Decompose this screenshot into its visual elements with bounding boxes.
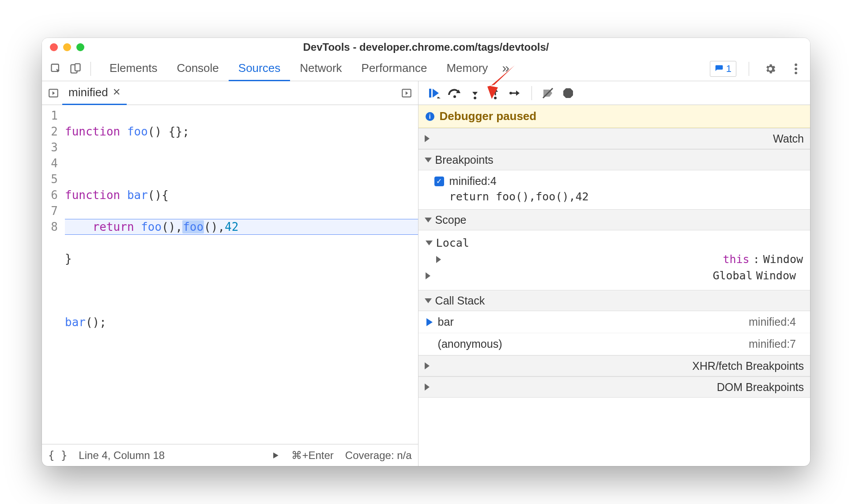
file-tab-bar: minified ✕ (42, 81, 418, 105)
cursor-position: Line 4, Column 18 (79, 449, 165, 462)
tab-performance[interactable]: Performance (352, 56, 437, 81)
editor-statusbar: { } Line 4, Column 18 ⌘+Enter Coverage: … (42, 444, 418, 466)
scope-body: Local this: Window Global Window (418, 230, 810, 290)
svg-rect-2 (75, 64, 80, 71)
file-tab-label: minified (68, 86, 108, 99)
scope-section-header[interactable]: Scope (418, 209, 810, 230)
tab-elements[interactable]: Elements (100, 56, 167, 81)
settings-icon[interactable] (762, 60, 779, 78)
breakpoint-checkbox[interactable]: ✓ (434, 177, 444, 186)
line-gutter: 1 2 3 4 5 6 7 8 (42, 105, 62, 444)
svg-point-5 (795, 71, 797, 74)
dom-breakpoints-section-header[interactable]: DOM Breakpoints (418, 376, 810, 398)
svg-point-10 (474, 97, 476, 99)
pretty-print-icon[interactable]: { } (48, 449, 67, 462)
main-split: minified ✕ 1 2 3 4 5 6 7 8 (42, 81, 810, 466)
scope-this[interactable]: this: Window (426, 251, 803, 267)
inspect-element-icon[interactable] (47, 60, 65, 78)
chevron-right-icon (425, 135, 769, 142)
chevron-down-icon (425, 298, 432, 303)
device-toggle-icon[interactable] (67, 60, 84, 78)
resume-icon[interactable] (425, 83, 444, 103)
main-toolbar: Elements Console Sources Network Perform… (42, 56, 810, 81)
breakpoints-body: ✓ minified:4 return foo(),foo(),42 (418, 170, 810, 209)
close-tab-icon[interactable]: ✕ (113, 87, 121, 98)
step-over-icon[interactable] (445, 83, 464, 103)
svg-rect-11 (494, 91, 496, 95)
chevron-down-icon (425, 218, 432, 222)
window-title: DevTools - developer.chrome.com/tags/dev… (42, 41, 810, 53)
coverage-label: Coverage: n/a (345, 449, 412, 462)
chevron-right-icon (426, 272, 709, 279)
run-shortcut-hint: ⌘+Enter (291, 449, 333, 462)
step-icon[interactable] (506, 83, 525, 103)
callstack-body: bar minified:4 (anonymous) minified:7 (418, 311, 810, 355)
svg-point-3 (795, 63, 797, 66)
tabs-overflow-icon[interactable]: » (498, 56, 514, 81)
info-icon: i (426, 112, 434, 121)
step-out-icon[interactable] (486, 83, 505, 103)
devtools-window: DevTools - developer.chrome.com/tags/dev… (42, 38, 810, 466)
breakpoint-row[interactable]: ✓ minified:4 (434, 175, 803, 188)
deactivate-breakpoints-icon[interactable] (538, 83, 558, 103)
chevron-down-icon (425, 158, 432, 162)
svg-point-9 (453, 95, 456, 98)
debugger-paused-banner: i Debugger paused (418, 105, 810, 128)
pause-on-exceptions-icon[interactable] (558, 83, 578, 103)
svg-point-12 (494, 97, 497, 99)
breakpoint-location: minified:4 (449, 175, 497, 188)
callstack-frame[interactable]: (anonymous) minified:7 (418, 333, 810, 355)
breakpoints-section-header[interactable]: Breakpoints (418, 149, 810, 170)
tab-memory[interactable]: Memory (437, 56, 498, 81)
code-content: function foo() {}; function bar(){ retur… (62, 105, 418, 444)
file-tab-minified[interactable]: minified ✕ (62, 81, 127, 105)
navigator-toggle-icon[interactable] (45, 84, 62, 102)
tab-network[interactable]: Network (290, 56, 351, 81)
breakpoint-code: return foo(),foo(),42 (449, 190, 803, 203)
svg-rect-8 (429, 89, 431, 98)
chevron-right-icon (425, 362, 689, 369)
chevron-right-icon (436, 256, 720, 263)
xhr-breakpoints-section-header[interactable]: XHR/fetch Breakpoints (418, 355, 810, 376)
titlebar: DevTools - developer.chrome.com/tags/dev… (42, 38, 810, 56)
chevron-down-icon (426, 241, 433, 245)
debugger-toolbar (418, 81, 810, 105)
issues-count: 1 (726, 63, 731, 75)
tab-console[interactable]: Console (167, 56, 228, 81)
chevron-right-icon (425, 384, 713, 391)
paused-label: Debugger paused (440, 109, 537, 123)
svg-point-13 (509, 92, 512, 94)
callstack-section-header[interactable]: Call Stack (418, 290, 810, 311)
panel-tabs: Elements Console Sources Network Perform… (100, 56, 514, 81)
more-menu-icon[interactable] (787, 60, 805, 78)
step-into-icon[interactable] (465, 83, 485, 103)
scope-global[interactable]: Global Window (426, 267, 803, 284)
issues-badge[interactable]: 1 (710, 61, 736, 77)
run-snippet-icon[interactable] (398, 84, 415, 102)
paused-token: foo (182, 220, 204, 233)
play-icon[interactable] (271, 451, 280, 460)
svg-point-4 (795, 68, 797, 70)
callstack-frame[interactable]: bar minified:4 (418, 311, 810, 333)
tab-sources[interactable]: Sources (229, 56, 290, 81)
watch-section-header[interactable]: Watch (418, 128, 810, 149)
code-editor[interactable]: 1 2 3 4 5 6 7 8 function foo() {}; funct… (42, 105, 418, 444)
scope-local[interactable]: Local (426, 235, 803, 251)
